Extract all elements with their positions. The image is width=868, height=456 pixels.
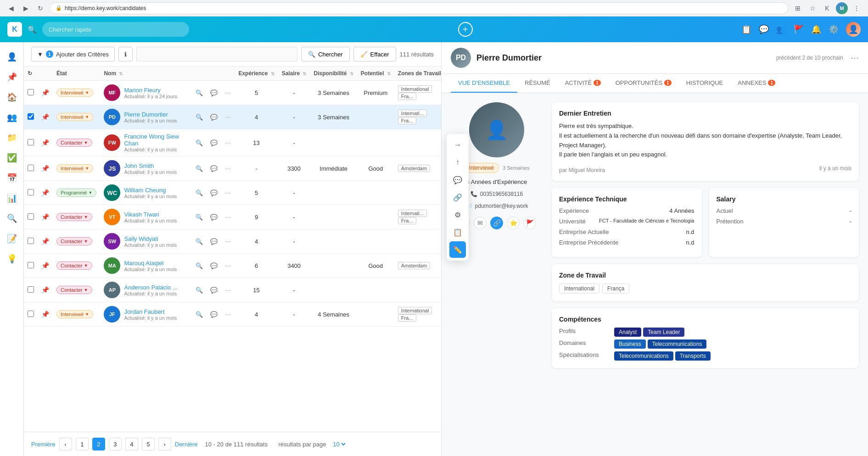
comment-icon[interactable]: 💬 (210, 214, 218, 221)
filter-input[interactable] (136, 47, 297, 61)
nav-settings-icon[interactable]: ⚙️ (829, 24, 839, 34)
sidebar-item-candidates[interactable]: 👥 (3, 108, 21, 127)
sidebar-item-tasks[interactable]: ✅ (3, 149, 21, 167)
row-checkbox[interactable] (28, 238, 34, 244)
candidate-name[interactable]: Sally Widyati (124, 235, 177, 242)
float-btn-arrow[interactable]: → (449, 137, 466, 153)
add-criteria-button[interactable]: ▼ 1 Ajouter des Critères (31, 47, 115, 61)
row-checkbox[interactable] (28, 262, 34, 268)
sidebar-item-profile[interactable]: 👤 (3, 48, 21, 66)
row-checkbox[interactable] (28, 165, 34, 171)
candidate-name[interactable]: Anderson Palácio ... (124, 284, 177, 291)
table-row[interactable]: 📌 Interviewé ▼ MF Marion Fleury Actualis… (24, 81, 441, 105)
sidebar-item-search[interactable]: 🔍 (3, 209, 21, 228)
sidebar-item-folders[interactable]: 📁 (3, 128, 21, 147)
row-checkbox[interactable] (28, 89, 34, 95)
row-checkbox[interactable] (28, 189, 34, 195)
candidate-name[interactable]: Jordan Faubert (124, 308, 177, 315)
table-row[interactable]: 📌 Contacter ▼ FW Francine Wong Siew Chan… (24, 129, 441, 156)
more-icon[interactable]: ⋯ (225, 114, 231, 121)
comment-icon[interactable]: 💬 (210, 165, 218, 172)
candidate-name[interactable]: John Smith (124, 162, 177, 169)
magnify-icon[interactable]: 🔍 (196, 165, 203, 172)
sidebar-item-reports[interactable]: 📊 (3, 189, 21, 207)
comment-icon[interactable]: 💬 (210, 114, 218, 121)
sidebar-item-ideas[interactable]: 💡 (3, 250, 21, 268)
reload-button[interactable]: ↻ (35, 3, 46, 14)
float-btn-link[interactable]: 🔗 (449, 189, 466, 206)
comment-icon[interactable]: 💬 (210, 262, 218, 269)
candidate-name[interactable]: Marouq Alaqiel (124, 260, 177, 267)
tab-activite[interactable]: ACTIVITÉ 1 (558, 74, 608, 93)
pin-icon[interactable]: 📌 (41, 139, 49, 146)
row-checkbox[interactable] (28, 311, 34, 317)
table-row[interactable]: 📌 Interviewé ▼ JF Jordan Faubert Actuali… (24, 302, 441, 327)
more-icon[interactable]: ⋯ (225, 214, 231, 221)
tab-resume[interactable]: RÉSUMÉ (517, 74, 558, 93)
search-input[interactable] (42, 22, 189, 37)
profile-icon-btn-3[interactable]: 🔗 (490, 217, 503, 229)
float-btn-edit[interactable]: ✏️ (449, 241, 466, 258)
table-row[interactable]: 📌 Contacter ▼ VT Vikash Tiwari Actualisé… (24, 205, 441, 229)
back-button[interactable]: ◀ (6, 3, 17, 14)
page-btn-1[interactable]: 1 (76, 438, 89, 450)
profile-icon-btn-5[interactable]: 🚩 (523, 217, 536, 229)
row-checkbox[interactable] (28, 286, 34, 293)
tab-historique[interactable]: HISTORIQUE (679, 74, 731, 93)
comment-icon[interactable]: 💬 (210, 139, 218, 146)
pin-icon[interactable]: 📌 (41, 311, 49, 318)
table-row[interactable]: 📌 Contacter ▼ MA Marouq Alaqiel Actualis… (24, 254, 441, 278)
page-btn-4[interactable]: 4 (125, 438, 138, 450)
last-page-link[interactable]: Dernière (175, 441, 198, 448)
tab-opportunites[interactable]: OPPORTUNITÉS 1 (608, 74, 679, 93)
nav-users-icon[interactable]: 👥 (776, 24, 786, 34)
info-button[interactable]: ℹ (118, 47, 133, 61)
comment-icon[interactable]: 💬 (210, 311, 218, 318)
magnify-icon[interactable]: 🔍 (196, 214, 203, 221)
comment-icon[interactable]: 💬 (210, 238, 218, 245)
search-icon[interactable]: 🔍 (28, 25, 37, 34)
more-icon[interactable]: ⋯ (225, 165, 231, 172)
pin-icon[interactable]: 📌 (41, 286, 49, 294)
float-btn-clipboard[interactable]: 📋 (449, 224, 466, 240)
sidebar-item-home[interactable]: 🏠 (3, 88, 21, 106)
add-button[interactable]: + (458, 22, 473, 37)
float-btn-chat[interactable]: 💬 (449, 172, 466, 188)
profile-button[interactable]: K (821, 2, 833, 14)
first-page-link[interactable]: Première (31, 441, 56, 448)
pin-icon[interactable]: 📌 (41, 113, 49, 121)
table-row[interactable]: 📌 Contacter ▼ SW Sally Widyati Actualisé… (24, 229, 441, 254)
sidebar-item-pinned[interactable]: 📌 (3, 68, 21, 86)
user-avatar-nav[interactable]: 👤 (846, 22, 861, 37)
comment-icon[interactable]: 💬 (210, 189, 218, 196)
magnify-icon[interactable]: 🔍 (196, 262, 203, 269)
pin-icon[interactable]: 📌 (41, 262, 49, 269)
sidebar-item-notes[interactable]: 📝 (3, 229, 21, 248)
next-page-button[interactable]: › (158, 438, 171, 450)
more-icon[interactable]: ⋯ (225, 238, 231, 245)
prev-page-button[interactable]: ‹ (59, 438, 72, 450)
pin-icon[interactable]: 📌 (41, 238, 49, 245)
tab-vue-ensemble[interactable]: VUE D'ENSEMBLE (451, 74, 517, 93)
magnify-icon[interactable]: 🔍 (196, 311, 203, 318)
pin-icon[interactable]: 📌 (41, 213, 49, 221)
candidate-name[interactable]: Vikash Tiwari (124, 211, 177, 218)
magnify-icon[interactable]: 🔍 (196, 139, 203, 146)
table-row[interactable]: 📌 Interviewé ▼ PD Pierre Dumortier Actua… (24, 105, 441, 129)
more-icon[interactable]: ⋯ (225, 139, 231, 146)
candidate-name[interactable]: William Cheung (124, 187, 177, 194)
page-btn-5[interactable]: 5 (142, 438, 155, 450)
more-icon[interactable]: ⋯ (225, 311, 231, 318)
magnify-icon[interactable]: 🔍 (196, 238, 203, 245)
magnify-icon[interactable]: 🔍 (196, 89, 203, 96)
per-page-select[interactable]: 10 25 50 (331, 440, 347, 448)
nav-chat-icon[interactable]: 💬 (759, 24, 769, 34)
row-checkbox[interactable] (28, 213, 34, 220)
nav-clipboard-icon[interactable]: 📋 (741, 24, 751, 34)
clear-button[interactable]: 🧹 Effacer (353, 47, 396, 61)
user-avatar-browser[interactable]: M (836, 2, 848, 14)
nav-flag-icon[interactable]: 🚩 (794, 24, 804, 34)
extensions-button[interactable]: ⊞ (792, 2, 804, 14)
table-row[interactable]: 📌 Contacter ▼ AP Anderson Palácio ... Ac… (24, 278, 441, 302)
sidebar-item-calendar[interactable]: 📅 (3, 169, 21, 187)
